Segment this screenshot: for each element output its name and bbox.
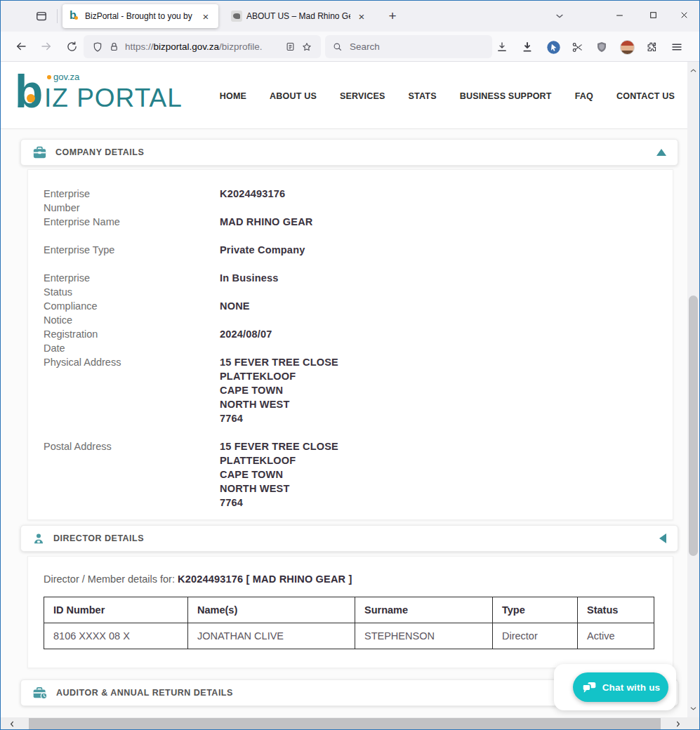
field-row: Enterprise Name MAD RHINO GEAR: [44, 215, 657, 229]
field-row: Registration Date 2024/08/07: [44, 327, 657, 355]
briefcase-clock-icon: [32, 686, 48, 700]
main-nav: HOME ABOUT US SERVICES STATS BUSINESS SU…: [220, 91, 675, 101]
logo-govza: gov.za: [47, 72, 79, 82]
person-icon: [32, 532, 45, 545]
rhino-favicon: [231, 11, 242, 22]
search-icon: [332, 41, 343, 52]
field-label: Physical Address: [44, 355, 220, 425]
reader-mode-icon[interactable]: [285, 41, 296, 52]
tab-title: BizPortal - Brought to you by th: [85, 11, 194, 21]
tab-close-icon[interactable]: ×: [199, 9, 213, 23]
scroll-right-icon[interactable]: [669, 717, 686, 730]
scroll-down-icon[interactable]: [687, 703, 699, 714]
url-bar[interactable]: https://bizportal.gov.za/bizprofile.: [84, 35, 321, 58]
nav-business-support[interactable]: BUSINESS SUPPORT: [460, 91, 552, 101]
search-bar[interactable]: [325, 35, 492, 58]
table-row: 8106 XXXX 08 X JONATHAN CLIVE STEPHENSON…: [44, 623, 654, 649]
field-value: NONE: [220, 299, 250, 327]
downloads-icon[interactable]: [493, 38, 511, 56]
nav-services[interactable]: SERVICES: [340, 91, 385, 101]
toolbox-icon: [32, 146, 47, 159]
forward-button[interactable]: [34, 34, 58, 58]
url-protocol: https://: [125, 41, 154, 52]
horizontal-scrollbar-thumb[interactable]: [29, 718, 661, 729]
screenshot-scissors-icon[interactable]: [568, 38, 586, 56]
director-details-panel: Director / Member details for: K20244931…: [27, 556, 673, 668]
director-intro-label: Director / Member details for:: [44, 573, 175, 585]
header-surname: Surname: [355, 597, 493, 623]
bizportal-logo[interactable]: b gov.za IZ PORTAL: [15, 67, 197, 124]
window-maximize-button[interactable]: [637, 1, 669, 29]
nav-contact-us[interactable]: CONTACT US: [616, 91, 675, 101]
window-minimize-button[interactable]: [603, 1, 635, 29]
field-label: Enterprise Type: [44, 243, 220, 257]
logo-orange-dot: [27, 94, 35, 102]
url-domain: bizportal.gov.za: [154, 41, 220, 52]
scroll-left-icon[interactable]: [4, 717, 20, 730]
field-value: K2024493176: [220, 187, 285, 215]
logo-text: IZ PORTAL: [44, 84, 183, 113]
window-close-button[interactable]: [668, 1, 700, 29]
chat-with-us-button[interactable]: Chat with us: [573, 672, 668, 702]
cell-names: JONATHAN CLIVE: [188, 623, 355, 649]
horizontal-scrollbar[interactable]: [1, 717, 699, 730]
tab-title: ABOUT US – Mad Rhino Gear: [246, 11, 350, 21]
shield-icon[interactable]: [92, 41, 103, 53]
director-intro-value: K2024493176 [ MAD RHINO GEAR ]: [178, 573, 352, 585]
ublock-shield-icon[interactable]: [593, 38, 611, 56]
collapse-up-icon[interactable]: [656, 149, 666, 156]
download-manager-icon[interactable]: [518, 38, 536, 56]
new-tab-button[interactable]: +: [383, 6, 402, 26]
tab-close-icon[interactable]: ×: [355, 9, 369, 23]
header-status: Status: [578, 597, 654, 623]
cell-surname: STEPHENSON: [355, 623, 493, 649]
director-details-header[interactable]: DIRECTOR DETAILS: [20, 525, 678, 552]
profile-avatar[interactable]: [618, 38, 636, 56]
back-button[interactable]: [9, 34, 33, 58]
reload-button[interactable]: [60, 34, 84, 58]
nav-home[interactable]: HOME: [220, 91, 246, 101]
list-all-tabs-icon[interactable]: [550, 6, 569, 26]
pointer-extension-icon[interactable]: [544, 38, 562, 56]
vertical-scrollbar-thumb[interactable]: [689, 296, 698, 556]
scroll-up-icon[interactable]: [687, 65, 699, 76]
field-value: In Business: [220, 271, 279, 299]
bookmark-star-icon[interactable]: [301, 41, 312, 53]
field-value: MAD RHINO GEAR: [220, 215, 313, 229]
site-header: b gov.za IZ PORTAL HOME ABOUT US SERVICE…: [1, 62, 687, 129]
extensions-puzzle-icon[interactable]: [642, 38, 661, 56]
browser-window: b BizPortal - Brought to you by th × ABO…: [0, 0, 700, 730]
field-value: Private Company: [220, 243, 305, 257]
section-title: DIRECTOR DETAILS: [53, 533, 659, 543]
table-header-row: ID Number Name(s) Surname Type Status: [44, 597, 654, 623]
tab-bizportal[interactable]: b BizPortal - Brought to you by th ×: [62, 4, 218, 28]
cell-status: Active: [578, 623, 654, 649]
url-path: /bizprofile.: [219, 41, 263, 52]
field-row: Postal Address 15 FEVER TREE CLOSE PLATT…: [44, 439, 657, 510]
nav-stats[interactable]: STATS: [409, 91, 437, 101]
nav-faq[interactable]: FAQ: [575, 91, 593, 101]
tab-mad-rhino[interactable]: ABOUT US – Mad Rhino Gear ×: [224, 4, 374, 28]
director-intro: Director / Member details for: K20244931…: [44, 573, 657, 585]
field-value: 2024/08/07: [220, 327, 272, 355]
company-details-panel: Enterprise Number K2024493176 Enterprise…: [27, 169, 673, 520]
chat-bubbles-icon: [581, 682, 597, 694]
bizportal-favicon: b: [70, 11, 81, 22]
vertical-scrollbar[interactable]: [687, 62, 699, 718]
section-title: COMPANY DETAILS: [55, 147, 656, 157]
firefox-view-icon[interactable]: [33, 8, 50, 25]
field-row: Enterprise Number K2024493176: [44, 187, 657, 215]
search-input[interactable]: [348, 41, 468, 53]
field-label: Compliance Notice: [44, 299, 220, 327]
lock-icon[interactable]: [109, 41, 119, 52]
field-label: Enterprise Number: [44, 187, 220, 215]
tab-separator: [57, 9, 58, 23]
collapse-left-icon[interactable]: [659, 533, 666, 543]
company-details-header[interactable]: COMPANY DETAILS: [20, 139, 678, 166]
menu-hamburger-icon[interactable]: [668, 38, 686, 56]
nav-about-us[interactable]: ABOUT US: [270, 91, 317, 101]
director-table: ID Number Name(s) Surname Type Status 81…: [44, 597, 654, 649]
field-value: 15 FEVER TREE CLOSE PLATTEKLOOF CAPE TOW…: [220, 439, 338, 510]
header-names: Name(s): [188, 597, 355, 623]
url-text: https://bizportal.gov.za/bizprofile.: [125, 41, 282, 52]
